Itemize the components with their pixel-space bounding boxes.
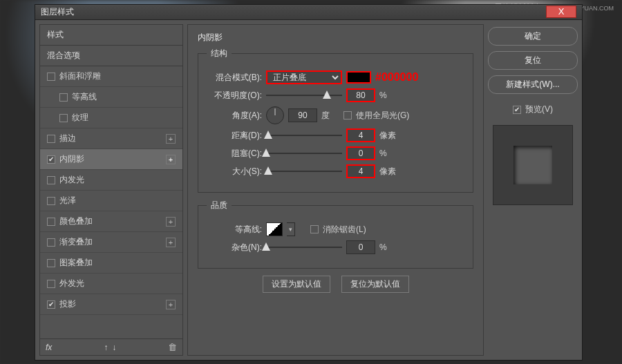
add-effect-icon[interactable]: + (166, 155, 176, 164)
contour-picker[interactable] (266, 222, 283, 236)
structure-legend: 结构 (207, 48, 232, 59)
structure-group: 结构 混合模式(B): 正片叠底 #000000 不透明度(O): % (198, 48, 473, 193)
set-default-button[interactable]: 设置为默认值 (263, 276, 330, 293)
close-button[interactable]: X (546, 6, 576, 18)
sidebar-item-5[interactable]: 内发光 (40, 170, 182, 191)
sidebar-item-9[interactable]: 图案叠加 (40, 253, 182, 274)
effect-checkbox[interactable] (59, 93, 68, 102)
opacity-label: 不透明度(O): (207, 90, 262, 102)
effect-checkbox[interactable] (47, 238, 55, 247)
angle-dial[interactable] (266, 106, 284, 124)
window-title: 图层样式 (41, 6, 74, 18)
cancel-button[interactable]: 复位 (488, 51, 578, 70)
effect-checkbox[interactable] (47, 218, 55, 226)
contour-dropdown-icon[interactable]: ▾ (287, 222, 295, 236)
blend-mode-label: 混合模式(B): (207, 72, 262, 84)
effect-label: 内阴影 (59, 153, 84, 165)
sidebar-item-11[interactable]: 投影+ (40, 294, 182, 315)
angle-label: 角度(A): (207, 110, 262, 122)
add-effect-icon[interactable]: + (166, 300, 176, 309)
distance-label: 距离(D): (207, 130, 262, 142)
fx-menu-icon[interactable]: fx (46, 343, 52, 352)
move-down-icon[interactable]: ↓ (112, 343, 116, 352)
effect-label: 外发光 (59, 278, 84, 289)
distance-unit: 像素 (379, 130, 396, 142)
titlebar[interactable]: 图层样式 X (35, 5, 582, 20)
angle-input[interactable] (288, 108, 317, 122)
quality-legend: 品质 (207, 200, 232, 211)
blend-mode-select[interactable]: 正片叠底 (266, 70, 342, 84)
effect-label: 纹理 (72, 112, 88, 124)
global-light-label: 使用全局光(G) (356, 110, 409, 122)
distance-slider[interactable] (266, 131, 342, 140)
layer-style-dialog: 图层样式 X 样式 混合选项 斜面和浮雕等高线纹理描边+内阴影+内发光光泽颜色叠… (35, 4, 583, 361)
sidebar-item-10[interactable]: 外发光 (40, 274, 182, 294)
sidebar-item-0[interactable]: 斜面和浮雕 (40, 66, 182, 87)
effect-checkbox[interactable] (47, 300, 55, 309)
preview-label: 预览(V) (525, 104, 553, 115)
sidebar-item-3[interactable]: 描边+ (40, 128, 182, 149)
effect-label: 斜面和浮雕 (59, 70, 101, 82)
effect-checkbox[interactable] (47, 197, 55, 205)
sidebar-item-8[interactable]: 渐变叠加+ (40, 232, 182, 253)
sidebar-item-1[interactable]: 等高线 (40, 87, 182, 108)
effect-label: 描边 (59, 133, 76, 144)
effect-label: 颜色叠加 (59, 215, 93, 227)
styles-sidebar: 样式 混合选项 斜面和浮雕等高线纹理描边+内阴影+内发光光泽颜色叠加+渐变叠加+… (39, 24, 183, 356)
size-unit: 像素 (379, 166, 396, 178)
sidebar-item-2[interactable]: 纹理 (40, 108, 182, 128)
sidebar-item-4[interactable]: 内阴影+ (40, 149, 182, 170)
shadow-color-swatch[interactable] (346, 71, 371, 84)
opacity-slider[interactable] (266, 90, 342, 100)
effect-label: 等高线 (72, 91, 97, 103)
noise-input[interactable] (346, 240, 375, 254)
antialias-label: 消除锯齿(L) (323, 224, 366, 236)
preview-thumbnail (493, 125, 573, 205)
effect-checkbox[interactable] (47, 280, 55, 288)
choke-input[interactable] (346, 146, 375, 160)
effect-checkbox[interactable] (47, 135, 55, 143)
antialias-checkbox[interactable] (310, 225, 319, 233)
effect-label: 图案叠加 (59, 257, 93, 269)
effect-checkbox[interactable] (47, 259, 55, 267)
effect-label: 内发光 (59, 174, 84, 186)
preview-inner (513, 146, 552, 184)
add-effect-icon[interactable]: + (166, 217, 176, 227)
size-slider[interactable] (266, 166, 342, 176)
choke-label: 阻塞(C): (207, 148, 262, 160)
sidebar-footer: fx ↑ ↓ 🗑 (40, 338, 182, 355)
ok-button[interactable]: 确定 (488, 27, 578, 46)
blend-options-header[interactable]: 混合选项 (40, 46, 182, 66)
noise-slider[interactable] (266, 242, 342, 252)
styles-header[interactable]: 样式 (40, 25, 182, 46)
opacity-unit: % (379, 90, 387, 100)
action-panel: 确定 复位 新建样式(W)... 预览(V) (488, 24, 578, 356)
sidebar-item-7[interactable]: 颜色叠加+ (40, 211, 182, 232)
effect-checkbox[interactable] (59, 114, 68, 122)
add-effect-icon[interactable]: + (166, 238, 176, 247)
color-annotation: #000000 (375, 71, 418, 84)
angle-unit: 度 (321, 110, 330, 122)
choke-slider[interactable] (266, 149, 342, 158)
panel-title: 内阴影 (198, 32, 473, 44)
trash-icon[interactable]: 🗑 (168, 342, 177, 352)
effect-label: 渐变叠加 (59, 236, 93, 248)
effect-label: 投影 (59, 298, 76, 310)
effect-checkbox[interactable] (47, 155, 55, 164)
quality-group: 品质 等高线: ▾ 消除锯齿(L) 杂色(N): % (198, 200, 473, 269)
effect-checkbox[interactable] (47, 176, 55, 184)
contour-label: 等高线: (207, 224, 262, 236)
reset-default-button[interactable]: 复位为默认值 (341, 276, 409, 293)
effect-checkbox[interactable] (47, 73, 55, 81)
preview-checkbox[interactable] (513, 106, 521, 114)
move-up-icon[interactable]: ↑ (104, 343, 108, 352)
add-effect-icon[interactable]: + (166, 134, 176, 144)
size-input[interactable] (346, 164, 375, 178)
distance-input[interactable] (346, 128, 375, 142)
sidebar-item-6[interactable]: 光泽 (40, 191, 182, 211)
new-style-button[interactable]: 新建样式(W)... (488, 75, 578, 94)
opacity-input[interactable] (346, 88, 375, 102)
effect-label: 光泽 (59, 195, 76, 207)
global-light-checkbox[interactable] (343, 111, 352, 119)
noise-label: 杂色(N): (207, 242, 262, 253)
